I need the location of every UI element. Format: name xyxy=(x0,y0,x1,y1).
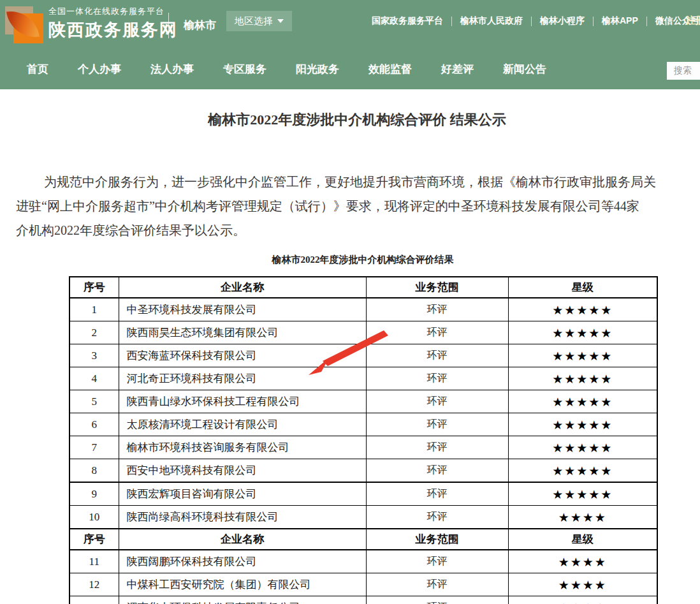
table-row: 10陕西尚绿高科环境科技有限公司环评★★★★ xyxy=(69,506,657,529)
company-name: 陕西尚绿高科环境科技有限公司 xyxy=(119,506,366,529)
nav-item-7[interactable]: 好差评 xyxy=(441,62,474,77)
column-header: 业务范围 xyxy=(366,277,508,298)
company-name: 中煤科工西安研究院（集团）有限公司 xyxy=(119,573,366,596)
business-scope: 环评 xyxy=(366,390,508,413)
row-number: 3 xyxy=(69,344,119,367)
row-number: 10 xyxy=(69,506,119,529)
table-row: 3西安海蓝环保科技有限公司环评★★★★★ xyxy=(69,344,657,367)
star-rating: ★★★★ xyxy=(508,506,657,529)
company-name: 中圣环境科技发展有限公司 xyxy=(119,298,366,321)
company-name: 陕西宏辉项目咨询有限公司 xyxy=(119,482,366,506)
nav-item-5[interactable]: 阳光政务 xyxy=(296,62,339,77)
business-scope: 环评 xyxy=(366,298,508,321)
announcement-content: 榆林市2022年度涉批中介机构综合评价 结果公示 为规范中介服务行为，进一步强化… xyxy=(0,110,700,604)
nav-item-2[interactable]: 个人办事 xyxy=(78,62,121,77)
business-scope: 环评 xyxy=(366,367,508,390)
company-name: 陕西阔鹏环保科技有限公司 xyxy=(119,550,366,573)
table-row: 2陕西雨昊生态环境集团有限公司环评★★★★★ xyxy=(69,321,657,344)
table-caption: 榆林市2022年度涉批中介机构综合评价结果 xyxy=(69,253,657,267)
table-header-row: 序号企业名称业务范围星级 xyxy=(69,529,657,550)
platform-label: 全国一体化在线政务服务平台 xyxy=(48,6,178,17)
paragraph-line-1: 为规范中介服务行为，进一步强化中介监管工作，更好地提升我市营商环境，根据《榆林市… xyxy=(16,170,700,194)
nav-item-3[interactable]: 法人办事 xyxy=(150,62,194,77)
star-rating: ★★★★★ xyxy=(508,390,657,413)
search-input[interactable]: 搜索 xyxy=(667,62,700,80)
site-title-block: 全国一体化在线政务服务平台 陕西政务服务网 xyxy=(48,6,178,41)
evaluation-table: 序号企业名称业务范围星级1中圣环境科技发展有限公司环评★★★★★2陕西雨昊生态环… xyxy=(69,276,658,604)
paragraph-line-3: 介机构2022年度综合评价结果予以公示。 xyxy=(16,218,700,242)
top-link-4[interactable]: 榆林APP xyxy=(594,15,646,27)
row-number: 7 xyxy=(69,436,119,459)
row-number: 13 xyxy=(69,596,119,604)
table-row: 7榆林市环境科技咨询服务有限公司环评★★★★★ xyxy=(69,436,657,459)
table-row: 11陕西阔鹏环保科技有限公司环评★★★★ xyxy=(69,550,657,573)
nav-items: 首页个人办事法人办事专区服务阳光政务效能监督好差评新闻公告 xyxy=(0,48,700,89)
site-name: 陕西政务服务网 xyxy=(48,18,178,41)
nav-item-6[interactable]: 效能监督 xyxy=(368,62,412,77)
table-row: 12中煤科工西安研究院（集团）有限公司环评★★★★ xyxy=(69,573,657,596)
row-number: 11 xyxy=(69,550,119,573)
site-header: 全国一体化在线政务服务平台 陕西政务服务网 榆林市 地区选择 国家政务服务平台榆… xyxy=(0,0,700,48)
region-selector-button[interactable]: 地区选择 xyxy=(226,11,292,31)
column-header: 星级 xyxy=(508,529,657,550)
region-selector-label: 地区选择 xyxy=(235,15,273,27)
star-rating: ★★★★★ xyxy=(508,482,657,506)
row-number: 4 xyxy=(69,367,119,390)
nav-item-8[interactable]: 新闻公告 xyxy=(503,62,546,77)
table-header-row: 序号企业名称业务范围星级 xyxy=(69,277,657,298)
star-rating: ★★★★★ xyxy=(508,413,657,436)
row-number: 8 xyxy=(69,459,119,483)
site-logo-icon xyxy=(5,5,45,45)
company-name: 河北奇正环境科技有限公司 xyxy=(119,367,366,390)
nav-item-4[interactable]: 专区服务 xyxy=(223,62,266,77)
column-header: 星级 xyxy=(508,277,657,298)
top-link-1[interactable]: 国家政务服务平台 xyxy=(363,15,451,27)
business-scope: 环评 xyxy=(366,459,508,483)
company-name: 陕西雨昊生态环境集团有限公司 xyxy=(119,321,366,344)
nav-item-1[interactable]: 首页 xyxy=(27,62,48,77)
business-scope: 环评 xyxy=(366,550,508,573)
star-rating: ★★★★ xyxy=(508,573,657,596)
table-row: 1中圣环境科技发展有限公司环评★★★★★ xyxy=(69,298,657,321)
star-rating: ★★★★ xyxy=(508,550,657,573)
company-name: 榆林市环境科技咨询服务有限公司 xyxy=(119,436,366,459)
star-rating: ★★★★ xyxy=(508,596,657,604)
paragraph-line-2: 进驻“网上中介服务超市”中介机构考评管理规定（试行）》要求，现将评定的中圣环境科… xyxy=(16,194,700,218)
star-rating: ★★★★★ xyxy=(508,436,657,459)
row-number: 12 xyxy=(69,573,119,596)
business-scope: 环评 xyxy=(366,436,508,459)
table-row: 8西安中地环境科技有限公司环评★★★★★ xyxy=(69,459,657,483)
company-name: 西安海蓝环保科技有限公司 xyxy=(119,344,366,367)
top-link-2[interactable]: 榆林市人民政府 xyxy=(452,15,531,27)
table-row: 6太原核清环境工程设计有限公司环评★★★★★ xyxy=(69,413,657,436)
row-number: 2 xyxy=(69,321,119,344)
star-rating: ★★★★★ xyxy=(508,321,657,344)
search-placeholder: 搜索 xyxy=(667,65,692,77)
company-name: 陕西青山绿水环保科技工程有限公司 xyxy=(119,390,366,413)
star-rating: ★★★★★ xyxy=(508,367,657,390)
table-row: 5陕西青山绿水环保科技工程有限公司环评★★★★★ xyxy=(69,390,657,413)
register-link[interactable]: 注册 xyxy=(686,15,700,27)
table-row: 4河北奇正环境科技有限公司环评★★★★★ xyxy=(69,367,657,390)
business-scope: 环评 xyxy=(366,413,508,436)
company-name: 渭南华山环保科技发展有限责任公司 xyxy=(119,596,366,604)
row-number: 5 xyxy=(69,390,119,413)
current-city-label: 榆林市 xyxy=(184,18,216,33)
column-header: 业务范围 xyxy=(366,529,508,550)
business-scope: 环评 xyxy=(366,573,508,596)
column-header: 序号 xyxy=(69,277,119,298)
column-header: 企业名称 xyxy=(119,277,366,298)
page-title: 榆林市2022年度涉批中介机构综合评价 结果公示 xyxy=(0,110,700,130)
chevron-down-icon xyxy=(277,19,284,23)
company-name: 太原核清环境工程设计有限公司 xyxy=(119,413,366,436)
table-row: 9陕西宏辉项目咨询有限公司环评★★★★★ xyxy=(69,482,657,506)
star-rating: ★★★★★ xyxy=(508,459,657,483)
announcement-paragraph: 为规范中介服务行为，进一步强化中介监管工作，更好地提升我市营商环境，根据《榆林市… xyxy=(16,170,700,242)
star-rating: ★★★★★ xyxy=(508,344,657,367)
row-number: 9 xyxy=(69,482,119,506)
business-scope: 环评 xyxy=(366,482,508,506)
company-name: 西安中地环境科技有限公司 xyxy=(119,459,366,483)
top-link-3[interactable]: 榆林小程序 xyxy=(532,15,593,27)
star-rating: ★★★★★ xyxy=(508,298,657,321)
table-row: 13渭南华山环保科技发展有限责任公司环评★★★★ xyxy=(69,596,657,604)
